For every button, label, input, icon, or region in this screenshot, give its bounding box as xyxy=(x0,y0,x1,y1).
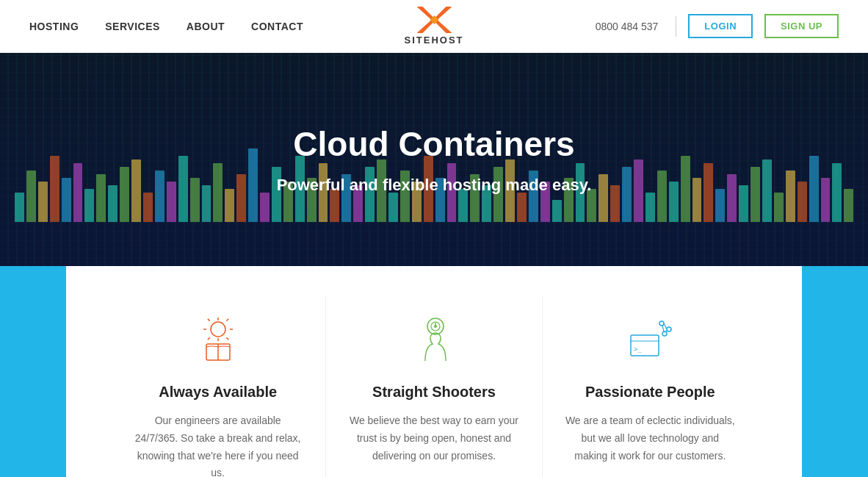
hero-section: Cloud Containers Powerful and flexible h… xyxy=(0,53,868,266)
phone-number: 0800 484 537 xyxy=(596,21,659,32)
logo[interactable]: SITEHOST xyxy=(404,7,463,46)
hero-subtitle: Powerful and flexible hosting made easy. xyxy=(277,176,592,195)
card-straight-shooters: Straight Shooters We believe the best wa… xyxy=(326,295,542,477)
svg-line-7 xyxy=(208,319,210,321)
svg-line-25 xyxy=(662,326,664,331)
login-button[interactable]: LOGIN xyxy=(688,14,753,38)
cards-container: Always Available Our engineers are avail… xyxy=(66,266,802,477)
card-straight-shooters-desc: We believe the best way to earn your tru… xyxy=(348,412,519,477)
header: HOSTING SERVICES ABOUT CONTACT SITEHOST … xyxy=(0,0,868,53)
svg-line-23 xyxy=(664,323,667,329)
svg-point-2 xyxy=(211,322,225,337)
card-always-available-desc: Our engineers are available 24/7/365. So… xyxy=(132,412,303,477)
sun-person-icon xyxy=(189,310,247,369)
terminal-network-icon: >_ xyxy=(621,310,679,369)
card-always-available: Always Available Our engineers are avail… xyxy=(110,295,326,477)
card-passionate-people-desc: We are a team of eclectic individuals, b… xyxy=(565,412,736,477)
svg-line-10 xyxy=(226,337,228,340)
nav-hosting[interactable]: HOSTING xyxy=(29,21,79,32)
signup-button[interactable]: SIGN UP xyxy=(764,14,839,38)
card-passionate-people: >_ Passionate People We are a team of ec… xyxy=(543,295,758,477)
cards-section: Always Available Our engineers are avail… xyxy=(0,266,868,477)
nav-about[interactable]: ABOUT xyxy=(187,21,225,32)
card-always-available-title: Always Available xyxy=(159,384,277,401)
card-passionate-people-title: Passionate People xyxy=(585,384,715,401)
nav-services[interactable]: SERVICES xyxy=(105,21,160,32)
svg-line-8 xyxy=(226,319,228,321)
svg-line-9 xyxy=(208,337,210,340)
logo-text: SITEHOST xyxy=(404,35,463,46)
header-divider xyxy=(676,16,676,37)
main-nav: HOSTING SERVICES ABOUT CONTACT xyxy=(29,21,303,32)
logo-icon xyxy=(416,7,452,33)
svg-text:>_: >_ xyxy=(634,345,642,353)
svg-point-20 xyxy=(659,321,664,326)
person-target-icon xyxy=(405,310,463,369)
hero-title: Cloud Containers xyxy=(277,124,592,164)
hero-text: Cloud Containers Powerful and flexible h… xyxy=(277,124,592,195)
header-actions: 0800 484 537 LOGIN SIGN UP xyxy=(596,14,839,38)
svg-point-21 xyxy=(667,327,671,331)
card-straight-shooters-title: Straight Shooters xyxy=(372,384,496,401)
nav-contact[interactable]: CONTACT xyxy=(251,21,303,32)
